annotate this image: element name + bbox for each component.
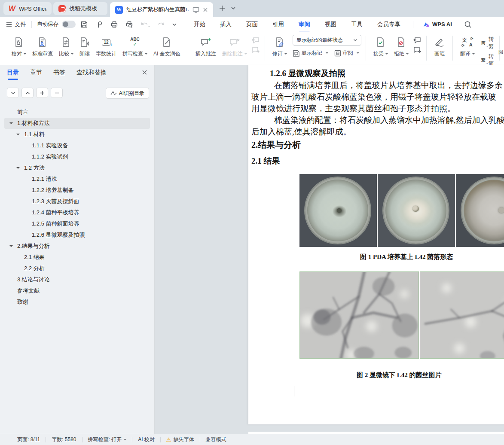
toc-item-slant-culture[interactable]: 1.2.5 菌种斜面培养	[4, 218, 150, 229]
show-markup-button[interactable]: 显示标记	[293, 49, 328, 57]
group-divider	[188, 36, 188, 61]
insert-comment-icon	[200, 36, 211, 49]
toc-item-results-analysis[interactable]: 2.结果与分析	[4, 241, 150, 252]
translate-button[interactable]: 文A⟳⟳ 翻译	[457, 35, 478, 58]
toc-item-acknowledgements[interactable]: 致谢	[4, 296, 150, 308]
tab-template-store[interactable]: 找稻壳模板	[53, 2, 107, 15]
spell-check-button[interactable]: ABC✓ 拼写检查	[119, 35, 150, 58]
menu-home[interactable]: 开始	[186, 18, 213, 31]
menu-page[interactable]: 页面	[239, 18, 265, 31]
ai-recognize-toc-button[interactable]: AI识别目录	[106, 88, 149, 99]
insert-comment-button[interactable]: 插入批注	[192, 35, 219, 58]
toc-item-plate-culture[interactable]: 1.2.4 菌种平板培养	[4, 207, 150, 218]
review-pane-icon	[334, 50, 341, 57]
print-preview-icon[interactable]	[125, 20, 134, 29]
sidebar-tab-bookmarks[interactable]: 书签	[53, 69, 65, 80]
search-icon[interactable]	[464, 21, 472, 28]
toc-item-results[interactable]: 2.1 结果	[4, 252, 150, 263]
divider	[31, 21, 32, 28]
wps-ai-button[interactable]: WPS AI	[423, 21, 452, 27]
toc-item-materials-methods[interactable]: 1.材料和方法	[4, 118, 150, 129]
toc-item-references[interactable]: 参考文献	[4, 285, 150, 296]
toc-item-conclusion[interactable]: 3.结论与讨论	[4, 274, 150, 285]
toc-item-medium-prep[interactable]: 1.2.2 培养基制备	[4, 185, 150, 196]
accept-revision-icon	[376, 36, 386, 49]
toc-item-preface[interactable]: 前言	[4, 107, 150, 118]
ai-proofread-button[interactable]: AI 校对	[138, 436, 155, 443]
word-count-button[interactable]: 12 字数统计	[93, 35, 119, 58]
toc-item-sterilization[interactable]: 1.2.3 灭菌及摆斜面	[4, 196, 150, 207]
paragraph-line: 后加入棉蓝,使其溶解即成。	[251, 126, 351, 137]
close-sidebar-icon[interactable]	[142, 70, 147, 75]
ai-polish-button[interactable]: AI 全文润色	[150, 35, 183, 58]
zoom-out-toc-button[interactable]	[51, 88, 63, 98]
collapse-arrow-icon[interactable]	[16, 167, 20, 171]
menu-membership[interactable]: 会员专享	[370, 18, 408, 31]
file-menu-button[interactable]: 文件	[6, 21, 26, 28]
spellcheck-indicator[interactable]: 拼写检查: 打开	[88, 436, 127, 443]
sidebar-tab-contents[interactable]: 目录	[7, 69, 19, 80]
toc-item-analysis[interactable]: 2.2 分析	[4, 263, 150, 274]
restrict-edit-button[interactable]: 限	[498, 49, 504, 56]
proofread-button[interactable]: 校对	[9, 35, 29, 58]
expand-all-button[interactable]	[7, 88, 19, 98]
toolbar-more-icon[interactable]	[172, 23, 177, 26]
page-indicator[interactable]: 页面: 8/11	[17, 436, 40, 443]
undo-icon	[140, 21, 150, 28]
toc-item-methods[interactable]: 1.2 方法	[4, 162, 150, 174]
menu-tools[interactable]: 工具	[344, 18, 370, 31]
menu-review[interactable]: 审阅	[291, 18, 318, 31]
wps-ai-label: WPS AI	[432, 21, 452, 27]
track-changes-button[interactable]: 修订	[269, 35, 290, 58]
status-bar: 页面: 8/11 字数: 5580 拼写检查: 打开 AI 校对 ⚠缺失字体 兼…	[0, 434, 504, 445]
heading-2-1: 2.1 结果	[251, 155, 280, 167]
compare-button[interactable]: 比较	[56, 35, 76, 58]
tab-document-active[interactable]: W 红豆杉产紫杉醇内生真菌L42真	[110, 2, 213, 17]
next-revision-icon[interactable]	[413, 47, 421, 53]
missing-font-warning[interactable]: ⚠缺失字体	[166, 436, 194, 443]
reject-revision-icon	[396, 36, 406, 49]
export-pdf-icon[interactable]	[95, 20, 104, 29]
warning-icon: ⚠	[166, 436, 171, 443]
autosave-toggle[interactable]	[62, 21, 76, 28]
document-page[interactable]: 1.2.6 显微观察及拍照 在菌落铺满培养皿后，将盖玻片从培养基中取出，去掉边缘…	[248, 65, 504, 424]
word-count-indicator[interactable]: 字数: 5580	[52, 436, 76, 443]
brush-button[interactable]: 画笔	[431, 35, 448, 58]
menu-reference[interactable]: 引用	[265, 18, 291, 31]
toc-item-equipment[interactable]: 1.1.1 实验设备	[4, 140, 150, 151]
redo-icon	[157, 21, 165, 28]
window-tab-bar: W WPS Office 找稻壳模板 W 红豆杉产紫杉醇内生真菌L42真	[0, 0, 504, 17]
accept-button[interactable]: 接受	[370, 35, 391, 58]
save-icon[interactable]	[80, 20, 89, 29]
sidebar-tab-chapters[interactable]: 章节	[30, 69, 42, 80]
traditional-char-icon: 繁	[481, 57, 486, 63]
menu-view[interactable]: 视图	[318, 18, 344, 31]
share-screen-icon[interactable]	[192, 7, 199, 13]
print-icon[interactable]	[110, 20, 119, 29]
new-tab-button[interactable]	[218, 4, 226, 12]
toc-item-materials[interactable]: 1.1 材料	[4, 129, 150, 140]
navigation-pane: 目录 章节 书签 查找和替换	[0, 65, 155, 434]
collapse-arrow-icon[interactable]	[9, 245, 13, 249]
markup-state-select[interactable]: 显示标记的最终状态	[293, 35, 361, 46]
menu-insert[interactable]: 插入	[213, 18, 239, 31]
collapse-all-button[interactable]	[21, 88, 34, 98]
tab-wps-office[interactable]: W WPS Office	[3, 2, 52, 15]
previous-revision-icon[interactable]	[413, 37, 421, 43]
toc-item-reagents[interactable]: 1.1.2 实验试剂	[4, 151, 150, 162]
zoom-in-toc-button[interactable]	[36, 88, 48, 98]
review-pane-button[interactable]: 审阅	[334, 49, 359, 57]
toc-item-microscopy[interactable]: 1.2.6 显微观察及拍照	[4, 229, 150, 241]
document-canvas: 1.2.6 显微观察及拍照 在菌落铺满培养皿后，将盖玻片从培养基中取出，去掉边缘…	[155, 65, 504, 434]
standard-review-button[interactable]: 标准审查	[29, 35, 56, 58]
reject-button[interactable]: 拒绝	[391, 35, 412, 58]
tab-list-dropdown-icon[interactable]	[231, 6, 236, 10]
simplified-to-traditional-button[interactable]: 简 转繁	[481, 36, 495, 50]
sidebar-tab-find-replace[interactable]: 查找和替换	[76, 69, 107, 80]
collapse-arrow-icon[interactable]	[16, 134, 20, 137]
toc-item-cleaning[interactable]: 1.2.1 清洗	[4, 174, 150, 185]
read-aloud-button[interactable]: 朗读	[76, 35, 93, 58]
collapse-arrow-icon[interactable]	[9, 122, 13, 126]
close-tab-icon[interactable]	[203, 7, 208, 12]
dropdown-caret-icon	[284, 53, 287, 56]
